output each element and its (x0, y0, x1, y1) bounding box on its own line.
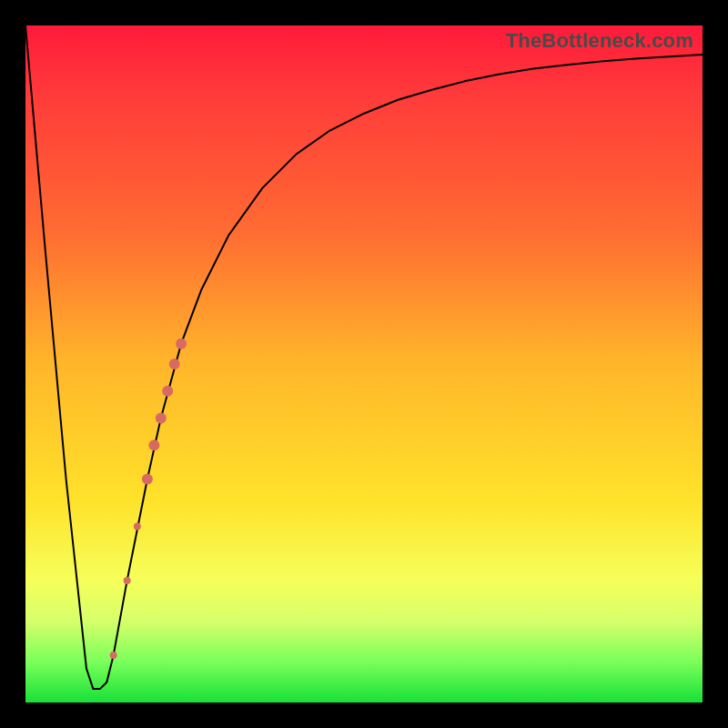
highlight-dot (148, 440, 159, 450)
chart-frame: TheBottleneck.com (0, 0, 728, 728)
highlight-dot (162, 386, 173, 397)
highlight-dot (142, 474, 153, 485)
plot-area: TheBottleneck.com (25, 25, 703, 703)
bottleneck-curve (25, 25, 703, 689)
highlight-dot (176, 339, 187, 349)
highlight-dot (169, 359, 180, 369)
highlight-dot (134, 523, 141, 531)
curve-layer (25, 25, 703, 703)
highlight-dot (110, 652, 117, 659)
highlight-dot (124, 577, 131, 584)
highlight-dot (156, 413, 167, 424)
